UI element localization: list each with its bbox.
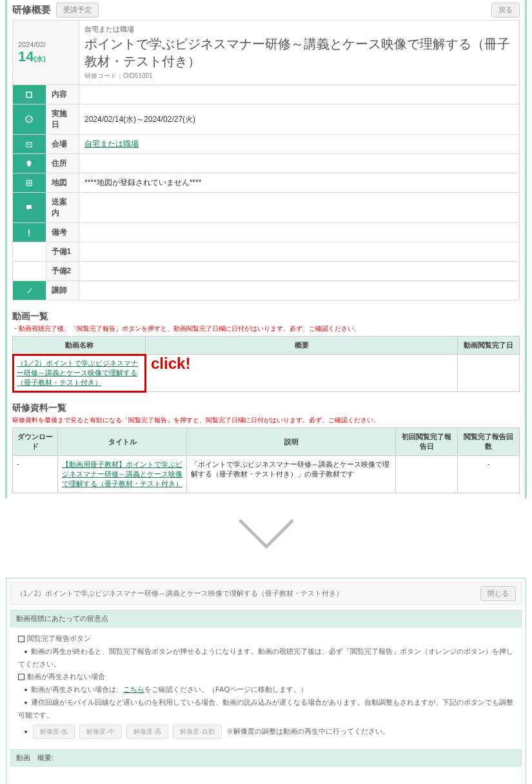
mat-title: 【動画用冊子教材】ポイントで学ぶビジネスマナー研修～講義とケース映像で理解する（… — [58, 456, 187, 493]
spare1-value — [79, 242, 520, 262]
square-bullet-icon — [18, 636, 25, 642]
content-value — [79, 85, 520, 104]
note-value — [79, 223, 520, 242]
map-label: 地図 — [46, 173, 79, 193]
material-warning: 研修資料を最後まで見ると有効になる「閲覧完了報告」を押すと、閲覧完了日欄に日付が… — [12, 415, 520, 425]
breadcrumb: （1／2）ポイントで学ぶビジネスマナー研修～講義とケース映像で理解する（冊子教材… — [16, 589, 343, 598]
schedule-button[interactable]: 受講予定 — [56, 3, 99, 17]
guide-icon — [13, 193, 46, 223]
notes-heading: 動画視聴にあたっての留意点 — [10, 610, 522, 627]
material-heading: 研修資料一覧 — [12, 402, 520, 414]
spare2-icon — [13, 262, 46, 281]
map-icon — [13, 173, 46, 193]
mat-th-count: 閲覧完了報告回数 — [458, 428, 520, 456]
dot-bullet-icon — [25, 701, 27, 704]
notes-b1: 閲覧完了報告ボタン — [27, 634, 91, 642]
svg-rect-9 — [28, 235, 30, 236]
mat-desc: 「ポイントで学ぶビジネスマナー研修～講義とケース映像で理解する（冊子教材・テスト… — [187, 456, 396, 493]
video-row-done — [458, 355, 520, 392]
guide-label: 送案内 — [46, 193, 79, 223]
svg-rect-2 — [26, 142, 32, 147]
guide-value — [79, 193, 520, 223]
notes-body: 閲覧完了報告ボタン 動画の再生が終わると、閲覧完了報告ボタンが押せるようになりま… — [10, 627, 522, 744]
video-th-summary: 概要 — [146, 337, 458, 355]
date-day: 14(水) — [18, 48, 74, 65]
title-cell: 自宅または職場 ポイントで学ぶビジネスマナー研修～講義とケース映像で理解する（冊… — [79, 21, 520, 85]
date-label: 実施日 — [46, 104, 79, 135]
notes-li1: 動画の再生が終わると、閲覧完了報告ボタンが押せるようになります。動画の視聴完了後… — [18, 647, 513, 668]
note-icon — [13, 223, 46, 242]
map-value: ****地図が登録されていません**** — [79, 173, 520, 193]
svg-rect-4 — [30, 144, 31, 145]
res-note: ※解像度の調整は動画の再生中に行ってください。 — [226, 727, 389, 735]
close-button[interactable]: 閉じる — [480, 586, 516, 601]
back-button[interactable]: 戻る — [491, 3, 520, 17]
mat-th-dl: ダウンロード — [13, 428, 58, 456]
material-table: ダウンロード タイトル 説明 初回閲覧完了報告日 閲覧完了報告回数 - 【動画用… — [12, 427, 520, 493]
spare2-label: 予備2 — [46, 262, 79, 281]
spare2-value — [79, 262, 520, 281]
summary-heading: 動画 概要: — [10, 749, 522, 767]
square-bullet-icon — [18, 674, 25, 680]
lecturer-icon — [13, 281, 46, 300]
video-th-name: 動画名称 — [13, 337, 146, 355]
faq-link[interactable]: こちら — [123, 685, 144, 693]
lecturer-label: 講師 — [46, 281, 79, 300]
mat-dl: - — [13, 456, 58, 493]
content-label: 内容 — [46, 85, 79, 104]
mat-count: - — [458, 456, 520, 493]
svg-rect-3 — [28, 144, 29, 145]
video-warning: ・動画視聴完了後、「閲覧完了報告」ボタンを押すと、動画閲覧完了日欄に日付がはいり… — [12, 324, 520, 333]
svg-rect-0 — [26, 92, 32, 97]
section-title: 研修概要 — [12, 4, 51, 16]
address-value — [79, 154, 520, 173]
spare1-icon — [13, 242, 46, 262]
video-table: 動画名称概要動画閲覧完了日 （1／2）ポイントで学ぶビジネスマナー研修～講義とケ… — [12, 336, 520, 392]
svg-point-1 — [26, 116, 32, 122]
venue-value: 自宅または職場 — [79, 135, 520, 154]
note-label: 備考 — [46, 223, 79, 242]
res-auto-button[interactable]: 解像度-自動 — [173, 725, 221, 739]
svg-rect-8 — [28, 230, 30, 234]
course-code: 研修コード：OID51001 — [84, 72, 514, 81]
date-icon — [13, 104, 46, 135]
notes-li2a: 動画が再生されない場合は、 — [31, 685, 123, 693]
venue-icon — [13, 135, 46, 154]
video-row-name: （1／2）ポイントで学ぶビジネスマナー研修～講義とケース映像で理解する（冊子教材… — [13, 355, 146, 392]
address-icon — [13, 154, 46, 173]
content-icon — [13, 85, 46, 104]
location-sub: 自宅または職場 — [84, 24, 514, 34]
venue-label: 会場 — [46, 135, 79, 154]
dot-bullet-icon — [25, 651, 27, 653]
dot-bullet-icon — [25, 689, 27, 691]
video-list-heading: 動画一覧 — [12, 311, 520, 322]
lecturer-value — [79, 281, 520, 300]
mat-first — [396, 456, 458, 493]
video-th-done: 動画閲覧完了日 — [458, 337, 520, 355]
flow-arrow — [0, 518, 532, 558]
dot-bullet-icon — [25, 730, 27, 733]
res-low-button[interactable]: 解像度-低 — [33, 725, 75, 739]
venue-link[interactable]: 自宅または職場 — [84, 139, 139, 148]
date-ym: 2024/02/ — [18, 41, 74, 48]
notes-li3: 通信回線がモバイル回線など遅いものを利用している場合、動画の読み込みが遅くなる場… — [18, 698, 513, 719]
mat-th-desc: 説明 — [187, 428, 396, 456]
overview-table: 2024/02/ 14(水) 自宅または職場 ポイントで学ぶビジネスマナー研修～… — [12, 20, 520, 300]
mat-th-title: タイトル — [58, 428, 187, 456]
date-value: 2024/02/14(水)～2024/02/27(火) — [79, 104, 520, 135]
res-high-button[interactable]: 解像度-高 — [126, 725, 168, 739]
spare1-label: 予備1 — [46, 242, 79, 262]
res-mid-button[interactable]: 解像度-中 — [79, 725, 121, 739]
course-title: ポイントで学ぶビジネスマナー研修～講義とケース映像で理解する（冊子教材・テスト付… — [84, 35, 514, 70]
material-link[interactable]: 【動画用冊子教材】ポイントで学ぶビジネスマナー研修～講義とケース映像で理解する（… — [62, 460, 182, 487]
panel-header: （1／2）ポイントで学ぶビジネスマナー研修～講義とケース映像で理解する（冊子教材… — [10, 582, 522, 605]
video-link[interactable]: （1／2）ポイントで学ぶビジネスマナー研修～講義とケース映像で理解する（冊子教材… — [17, 359, 138, 386]
mat-th-first: 初回閲覧完了報告日 — [396, 428, 458, 456]
address-label: 住所 — [46, 154, 79, 173]
video-row-summary — [146, 355, 458, 392]
notes-b2: 動画が再生されない場合 — [27, 672, 105, 680]
notes-li2b: をご確認ください。（FAQページに移動します。） — [144, 685, 308, 693]
click-annotation: click! — [151, 355, 190, 373]
date-cell: 2024/02/ 14(水) — [13, 21, 79, 85]
